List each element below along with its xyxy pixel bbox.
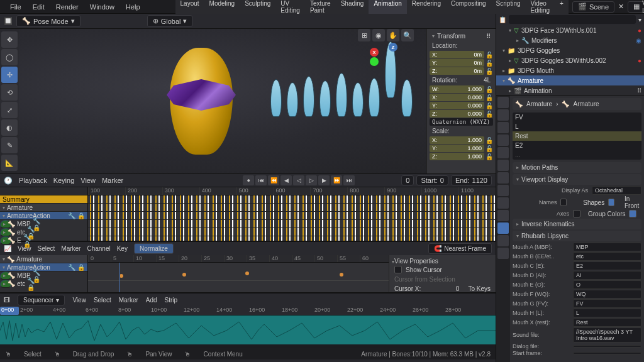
close-scene-icon[interactable]: ✕	[618, 3, 624, 11]
ptab-armature[interactable]	[497, 222, 509, 234]
menu-edit[interactable]: Edit	[28, 1, 50, 13]
ptab-constraint[interactable]	[497, 210, 509, 221]
scale-tool[interactable]: ⤢	[1, 102, 18, 118]
outliner-item[interactable]: ▸🎬Animation⠿	[496, 85, 644, 96]
menu-marker[interactable]: Marker	[119, 297, 138, 304]
outliner-item-armature[interactable]: ▾🦴Armature	[496, 75, 644, 85]
outliner-item[interactable]: ▸▽3DPG Goggles 3DWithUs.002●	[496, 55, 644, 65]
annotate-tool[interactable]: ✎	[1, 137, 18, 153]
bone[interactable]	[352, 82, 364, 117]
autokey-icon[interactable]: ●	[243, 175, 254, 185]
keyframe-track[interactable]	[88, 212, 496, 220]
field-value[interactable]: E2	[573, 261, 641, 270]
ge-channel-armature[interactable]: ▾🦴Armature	[0, 255, 87, 263]
channel-mbp[interactable]: ▸🦴MBP🔧 🔒	[0, 220, 11, 228]
scene-selector[interactable]: 🎬 Scene	[572, 1, 614, 13]
frame-prev-icon[interactable]: ◀	[280, 175, 292, 185]
ptab-material[interactable]	[497, 248, 509, 259]
sequencer-area[interactable]: 0+002+004+006+008+0010+0012+0014+0016+00…	[0, 307, 496, 348]
menu-file[interactable]: File	[5, 1, 26, 13]
menu-strip[interactable]: Strip	[165, 297, 178, 304]
grip-icon[interactable]: ⠿	[486, 33, 491, 40]
ptab-bone[interactable]	[497, 235, 509, 246]
menu-view[interactable]: View	[80, 177, 96, 184]
menu-channel[interactable]: Channel	[87, 245, 110, 252]
bone[interactable]	[287, 82, 298, 117]
context-obj[interactable]: Armature	[526, 101, 552, 107]
editor-icon[interactable]: 📈	[4, 245, 11, 252]
rotate-tool[interactable]: ⟲	[1, 84, 18, 101]
outliner-item[interactable]: ▸🔧Modifiers◉	[496, 35, 644, 45]
rot-x[interactable]: X:0.000	[430, 94, 484, 101]
show-cursor-checkbox[interactable]	[394, 266, 402, 273]
ge-channel-mbp[interactable]: ▸🦴MBP🔧 🔒	[0, 272, 11, 280]
gizmo-icon[interactable]: ⊞	[358, 29, 370, 41]
ge-channel-action[interactable]: ▾ArmatureAction🔧 🔒	[0, 263, 87, 272]
field-value[interactable]: FV	[573, 299, 641, 308]
measure-tool[interactable]: 📐	[1, 155, 18, 171]
bone[interactable]	[319, 80, 331, 117]
transform-panel-header[interactable]: ▾ Transform ⠿	[430, 31, 493, 41]
orientation-dropdown[interactable]: ⊕ Global ▾	[147, 15, 193, 27]
start-frame-input[interactable]: Start:0	[416, 175, 448, 185]
view-props-header[interactable]: ▾View Properties	[392, 258, 493, 265]
ptab-physics[interactable]	[497, 197, 509, 209]
scale-x[interactable]: X:1.000	[430, 136, 484, 144]
cursor-tool[interactable]: ✥	[1, 31, 18, 48]
keyframe-point[interactable]	[182, 273, 186, 277]
bone[interactable]	[336, 73, 347, 117]
lock-icon[interactable]: 🔓	[486, 145, 493, 152]
group-colors-checkbox[interactable]	[629, 210, 636, 217]
menu-key[interactable]: Key	[117, 245, 128, 252]
axes-checkbox[interactable]	[573, 210, 580, 217]
play-icon[interactable]: ▷	[306, 175, 317, 185]
names-checkbox[interactable]	[560, 199, 567, 206]
viewport-3d-area[interactable]: ⊞ ◉ ✋ 🔍	[19, 29, 496, 173]
channel-etc[interactable]: ▸🦴etc🔧 🔒	[0, 228, 11, 236]
section-ik[interactable]: ▸Inverse Kinematics	[513, 219, 641, 229]
channel-armature[interactable]: ▾Armature	[0, 204, 87, 212]
ptab-object[interactable]	[497, 160, 509, 171]
lock-icon[interactable]: 🔓	[486, 137, 493, 144]
ptab-modifier[interactable]	[497, 172, 509, 184]
lock-icon[interactable]: 🔓	[486, 102, 493, 109]
bone[interactable]	[369, 78, 380, 117]
ptab-viewlayer[interactable]	[497, 122, 509, 133]
rotation-mode[interactable]: Quaternion (WXYZ)	[430, 118, 493, 126]
pose-item-selected[interactable]: Rest	[513, 131, 641, 141]
field-value[interactable]	[573, 345, 641, 348]
loc-x[interactable]: X:0m	[430, 51, 484, 58]
editor-icon[interactable]: 🎞	[4, 297, 10, 304]
outliner-item[interactable]: ▾📁3DPG Goggles	[496, 45, 644, 55]
ge-channel-etc[interactable]: ▸🦴etc🔧 🔒	[0, 280, 11, 288]
keyframe-track[interactable]	[88, 220, 496, 228]
menu-help[interactable]: Help	[121, 1, 145, 13]
playhead[interactable]	[119, 263, 120, 292]
menu-render[interactable]: Render	[51, 1, 84, 13]
scrollbar[interactable]	[0, 344, 496, 348]
menu-marker[interactable]: Marker	[61, 245, 80, 252]
keyframe-track[interactable]	[88, 228, 496, 236]
shapes-checkbox[interactable]	[608, 199, 614, 206]
play-reverse-icon[interactable]: ◁	[293, 175, 304, 185]
ptab-scene[interactable]	[497, 134, 509, 146]
rot-z[interactable]: Z:0.000	[430, 110, 484, 118]
lock-icon[interactable]: 🔓	[486, 94, 493, 101]
ptab-output[interactable]	[497, 109, 509, 121]
end-frame-input[interactable]: End:1120	[451, 175, 492, 185]
field-value[interactable]: WQ	[573, 290, 641, 299]
menu-window[interactable]: Window	[85, 1, 119, 13]
pose-item[interactable]: E2	[513, 141, 641, 150]
pose-item[interactable]: L	[513, 122, 641, 131]
sequencer-mode[interactable]: Sequencer▾	[18, 295, 65, 305]
menu-select[interactable]: Select	[94, 297, 111, 304]
cursor-from-selection-button[interactable]: Cursor from Selection	[394, 276, 455, 283]
menu-keying[interactable]: Keying	[53, 177, 75, 184]
current-frame-input[interactable]: 0	[401, 175, 414, 185]
menu-select[interactable]: Select	[38, 245, 55, 252]
bone[interactable]	[270, 79, 282, 117]
keyframe-point[interactable]	[245, 272, 249, 275]
keyframe-track[interactable]	[88, 195, 496, 204]
move-tool[interactable]: ✢	[1, 67, 18, 83]
mode-dropdown[interactable]: 🦴 Pose Mode ▾	[16, 15, 80, 27]
